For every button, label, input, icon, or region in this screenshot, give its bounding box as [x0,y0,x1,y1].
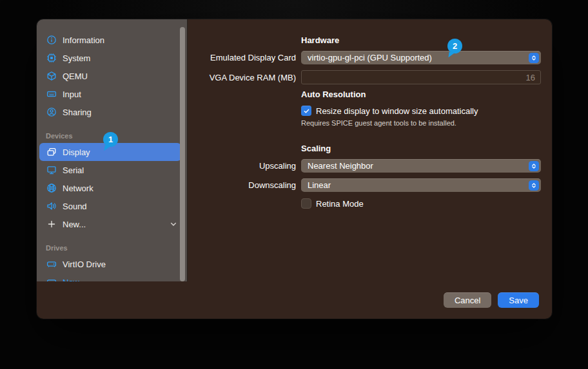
save-button[interactable]: Save [498,292,539,308]
keyboard-icon [46,89,57,100]
globe-icon [46,183,57,194]
sidebar-item-label: QEMU [63,71,88,81]
settings-sidebar: Information System QEMU [37,19,188,281]
sidebar-item-label: Display [63,147,90,157]
upscaling-select[interactable]: Nearest Neighbor [301,159,541,173]
downscaling-label: Downscaling [188,180,296,190]
hardware-section-label: Hardware [301,33,339,46]
cancel-button[interactable]: Cancel [444,292,491,308]
vga-ram-value: 16 [526,73,535,82]
sidebar-scrollbar[interactable] [180,27,185,281]
display-settings-panel: Hardware Emulated Display Card virtio-gp… [188,19,552,281]
display-card-label: Emulated Display Card [188,53,296,62]
speaker-icon [46,201,57,212]
chip-icon [46,53,57,64]
scaling-section-label: Scaling [301,142,331,155]
annotation-badge-2: 2 [447,39,462,53]
popup-stepper-icon [529,53,539,63]
upscaling-row: Upscaling Nearest Neighbor [188,159,552,173]
sidebar-item-label: Input [63,90,81,99]
upscaling-label: Upscaling [188,161,296,171]
sidebar-item-label: Network [63,184,93,193]
dialog-footer: Cancel Save [37,281,552,319]
monitor-icon [46,165,57,176]
auto-resolution-section-label: Auto Resolution [301,88,366,100]
info-icon [46,35,57,46]
sidebar-item-new-drive[interactable]: New... [39,273,181,281]
popup-stepper-icon [529,161,539,171]
sidebar-item-information[interactable]: Information [39,31,181,49]
drive-icon [46,277,57,282]
sidebar-item-system[interactable]: System [39,49,181,67]
sidebar-item-new-device[interactable]: New... [39,215,181,233]
display-card-select[interactable]: virtio-gpu-gl-pci (GPU Supported) [301,51,541,64]
spice-note: Requires SPICE guest agent tools to be i… [301,118,456,128]
checkbox-checked-icon[interactable] [301,106,311,116]
sidebar-item-label: System [63,53,90,63]
sidebar-item-serial[interactable]: Serial [39,161,181,179]
package-icon [46,71,57,82]
downscaling-value: Linear [308,180,529,190]
vga-ram-label: VGA Device RAM (MB) [188,73,296,82]
sidebar-item-label: Serial [63,166,84,175]
vga-ram-input[interactable]: 16 [301,70,541,84]
display-card-row: Emulated Display Card virtio-gpu-gl-pci … [188,51,552,64]
sidebar-section-drives: Drives [46,243,181,253]
plus-icon [46,219,57,230]
sidebar-item-label: Information [63,35,104,45]
display-copy-icon [46,147,57,158]
vga-ram-row: VGA Device RAM (MB) 16 [188,70,552,84]
upscaling-value: Nearest Neighbor [308,161,529,171]
drive-icon [46,259,57,270]
desktop-background: Information System QEMU [0,0,588,369]
sidebar-item-network[interactable]: Network [39,179,181,197]
checkbox-unchecked-icon[interactable] [301,198,311,209]
vm-settings-window: Information System QEMU [37,19,552,319]
sidebar-item-sound[interactable]: Sound [39,197,181,215]
chevron-down-icon[interactable] [170,220,177,228]
sidebar-item-label: Sound [63,202,87,211]
retina-mode-label: Retina Mode [316,199,364,209]
resize-display-label: Resize display to window size automatica… [316,106,478,116]
sidebar-item-input[interactable]: Input [39,85,181,103]
sidebar-item-label: New... [63,278,86,282]
person-circle-icon [46,107,57,118]
retina-mode-checkbox-row[interactable]: Retina Mode [301,197,364,210]
sidebar-item-sharing[interactable]: Sharing [39,103,181,121]
downscaling-row: Downscaling Linear [188,178,552,192]
sidebar-item-qemu[interactable]: QEMU [39,67,181,85]
sidebar-item-virtio-drive[interactable]: VirtIO Drive [39,255,181,273]
resize-display-checkbox-row[interactable]: Resize display to window size automatica… [301,104,478,117]
popup-stepper-icon [529,180,539,191]
display-card-value: virtio-gpu-gl-pci (GPU Supported) [308,53,529,62]
sidebar-item-label: Sharing [63,108,92,117]
sidebar-item-label: New... [63,220,86,229]
annotation-badge-1: 1 [103,132,118,147]
sidebar-item-label: VirtIO Drive [63,260,106,269]
downscaling-select[interactable]: Linear [301,178,541,192]
